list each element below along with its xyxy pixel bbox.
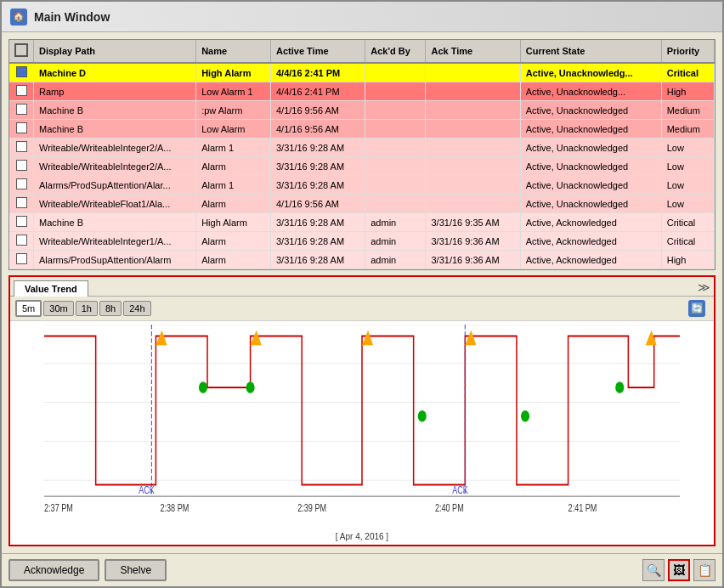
time-btn-1h[interactable]: 1h [76,301,98,316]
table-row[interactable]: Alarms/ProdSupAttention/Alar...Alarm 13/… [9,176,715,195]
row-cell-4: 3/31/16 9:35 AM [426,213,520,232]
row-cell-2: 3/31/16 9:28 AM [270,213,365,232]
time-btn-5m[interactable]: 5m [15,300,42,317]
table-row[interactable]: Writeable/WriteableFloat1/Ala...Alarm4/1… [9,195,715,213]
row-checkbox-cell[interactable] [9,101,34,120]
row-checkbox[interactable] [16,197,27,208]
table-row[interactable]: Writeable/WriteableInteger2/A...Alarm3/3… [9,157,715,176]
search-icon-button[interactable]: 🔍 [642,559,665,581]
image-icon-button[interactable]: 🖼 [668,559,690,581]
table-row[interactable]: Machine B:pw Alarm4/1/16 9:56 AMActive, … [9,101,715,120]
row-checkbox-cell[interactable] [9,82,34,101]
row-checkbox[interactable] [16,122,27,133]
row-cell-0: Machine B [34,101,196,120]
table-row[interactable]: Alarms/ProdSupAttention/AlarmAlarm3/31/1… [9,251,715,269]
row-checkbox-cell[interactable] [9,63,34,82]
row-cell-0: Writeable/WriteableInteger2/A... [34,157,196,176]
col-ack-time: Ack Time [426,40,520,63]
svg-text:2:38 PM: 2:38 PM [160,501,189,513]
row-cell-1: Alarm 1 [196,139,271,157]
trend-chart: 100 75 50 25 0 ACK ACK [44,325,680,519]
svg-text:ACK: ACK [452,484,468,496]
row-cell-1: High Alarm [196,63,271,82]
row-cell-2: 3/31/16 9:28 AM [270,157,365,176]
table-row[interactable]: Machine DHigh Alarm4/4/16 2:41 PMActive,… [9,63,715,82]
row-cell-1: Alarm 1 [196,176,271,195]
value-trend-tab[interactable]: Value Trend [14,280,88,297]
svg-point-15 [246,382,255,393]
row-cell-3 [365,176,426,195]
shelve-button[interactable]: Shelve [105,559,167,581]
row-checkbox[interactable] [16,160,27,171]
row-cell-4 [426,120,520,139]
row-checkbox-cell[interactable] [9,195,34,213]
trend-controls: 5m 30m 1h 8h 24h 🔄 [10,297,714,321]
row-cell-5: Active, Unacknowledged [520,195,661,213]
row-cell-3 [365,195,426,213]
row-cell-2: 3/31/16 9:28 AM [270,251,365,269]
row-cell-0: Writeable/WriteableInteger2/A... [34,139,196,157]
window-icon: 🏠 [10,8,27,25]
table-row[interactable]: RampLow Alarm 14/4/16 2:41 PMActive, Una… [9,82,715,101]
row-cell-6: Low [661,176,714,195]
svg-text:2:40 PM: 2:40 PM [435,501,464,513]
row-cell-6: Medium [661,101,714,120]
row-cell-0: Ramp [34,82,196,101]
trend-tab-bar: Value Trend ≫ [10,277,714,297]
chart-date-label: [ Apr 4, 2016 ] [10,532,714,543]
alarm-table-body: Machine DHigh Alarm4/4/16 2:41 PMActive,… [9,63,715,269]
row-checkbox-cell[interactable] [9,213,34,232]
row-cell-5: Active, Unacknowledg... [520,82,661,101]
row-cell-2: 4/4/16 2:41 PM [270,63,365,82]
row-checkbox[interactable] [16,216,27,227]
row-cell-0: Alarms/ProdSupAttention/Alar... [34,176,196,195]
row-cell-2: 4/4/16 2:41 PM [270,82,365,101]
col-checkbox[interactable] [9,40,34,63]
svg-text:ACK: ACK [139,484,155,496]
row-checkbox-cell[interactable] [9,157,34,176]
row-checkbox-cell[interactable] [9,139,34,157]
time-btn-24h[interactable]: 24h [123,301,150,316]
table-row[interactable]: Machine BHigh Alarm3/31/16 9:28 AMadmin3… [9,213,715,232]
collapse-button[interactable]: ≫ [698,280,710,294]
row-cell-1: High Alarm [196,213,271,232]
row-checkbox[interactable] [16,85,27,96]
row-checkbox[interactable] [16,235,27,246]
refresh-button[interactable]: 🔄 [688,300,705,317]
row-checkbox[interactable] [16,178,27,189]
time-btn-30m[interactable]: 30m [43,301,73,316]
row-cell-0: Machine B [34,213,196,232]
col-ackd-by: Ack'd By [365,40,426,63]
row-cell-6: Critical [661,213,714,232]
row-cell-0: Writeable/WriteableFloat1/Ala... [34,195,196,213]
table-row[interactable]: Writeable/WriteableInteger2/A...Alarm 13… [9,139,715,157]
row-cell-5: Active, Unacknowledged [520,120,661,139]
row-checkbox-cell[interactable] [9,251,34,269]
table-icon-button[interactable]: 📋 [693,559,716,581]
row-cell-3 [365,101,426,120]
select-all-checkbox[interactable] [14,43,28,57]
row-checkbox[interactable] [16,141,27,152]
row-checkbox-cell[interactable] [9,120,34,139]
row-cell-2: 4/1/16 9:56 AM [270,195,365,213]
row-cell-5: Active, Unacknowledged [520,101,661,120]
table-row[interactable]: Writeable/WriteableInteger1/A...Alarm3/3… [9,232,715,251]
row-cell-4: 3/31/16 9:36 AM [426,251,520,269]
time-btn-8h[interactable]: 8h [99,301,122,316]
row-cell-2: 4/1/16 9:56 AM [270,101,365,120]
svg-point-17 [521,410,529,421]
row-checkbox[interactable] [16,66,27,77]
row-cell-1: Alarm [196,232,271,251]
row-cell-4 [426,195,520,213]
row-checkbox-cell[interactable] [9,176,34,195]
row-cell-5: Active, Acknowledged [520,251,661,269]
acknowledge-button[interactable]: Acknowledge [8,559,99,581]
row-cell-5: Active, Unacknowledged [520,176,661,195]
row-checkbox-cell[interactable] [9,232,34,251]
row-checkbox[interactable] [16,253,27,264]
row-checkbox[interactable] [16,104,27,115]
row-cell-4 [426,176,520,195]
table-row[interactable]: Machine BLow Alarm4/1/16 9:56 AMActive, … [9,120,715,139]
title-bar: 🏠 Main Window [2,2,722,32]
svg-marker-23 [646,331,657,346]
